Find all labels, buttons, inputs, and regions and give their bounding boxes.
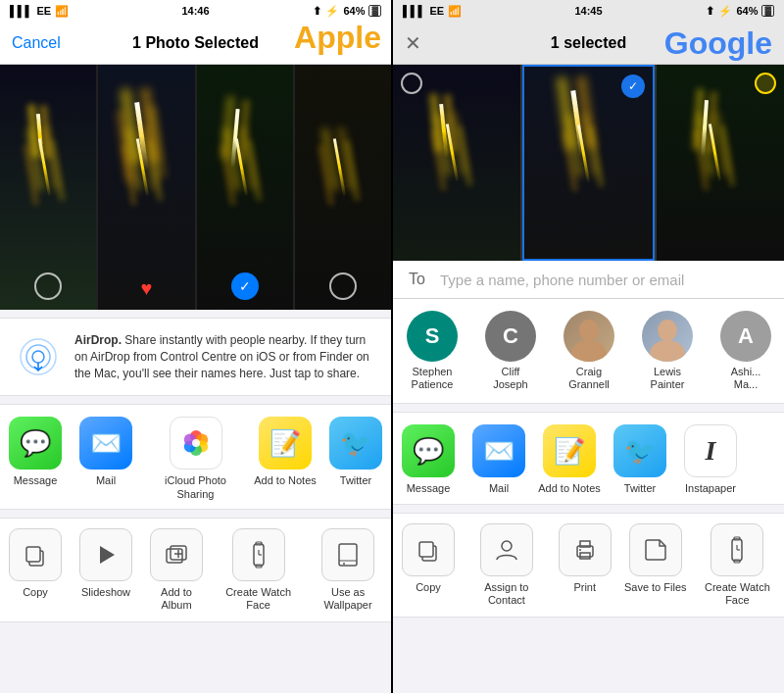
cancel-button[interactable]: Cancel: [12, 34, 61, 52]
right-app-message[interactable]: 💬 Message: [393, 424, 464, 495]
action-copy-label: Copy: [23, 586, 48, 599]
left-panel: ▌▌▌ EE 📶 14:46 ⬆ ⚡ 64% ▓ Cancel 1 Photo …: [0, 0, 391, 693]
right-select-check-2[interactable]: ✓: [621, 74, 645, 98]
app-twitter-label: Twitter: [340, 474, 371, 487]
left-status-bar: ▌▌▌ EE 📶 14:46 ⬆ ⚡ 64% ▓: [0, 0, 391, 22]
instapaper-i-icon: I: [706, 435, 716, 467]
svg-rect-31: [419, 542, 433, 557]
left-nav-title: 1 Photo Selected: [132, 34, 259, 52]
photo-2[interactable]: ♥: [98, 65, 194, 310]
photo-4[interactable]: [295, 65, 391, 310]
right-action-watch-face-label: Create Watch Face: [695, 581, 780, 607]
right-nav-title: 1 selected: [551, 34, 626, 52]
right-photo-2[interactable]: ✓: [522, 65, 654, 261]
airdrop-description: AirDrop. Share instantly with people nea…: [74, 332, 375, 381]
right-app-instapaper-label: Instapaper: [685, 482, 736, 495]
left-photo-strip: ♥ ✓: [0, 65, 391, 310]
right-twitter-icon: 🐦: [613, 424, 666, 477]
right-nav-bar: ✕ 1 selected Google: [393, 22, 784, 65]
right-action-print[interactable]: Print: [550, 523, 620, 594]
contact-ashi[interactable]: A Ashi...Ma...: [707, 311, 784, 391]
right-app-mail[interactable]: ✉️ Mail: [464, 424, 534, 495]
select-circle-1[interactable]: [34, 272, 62, 300]
contact-ashi-avatar: A: [720, 311, 771, 362]
right-wifi-icon: 📶: [448, 5, 462, 18]
left-apps-row: 💬 Message ✉️ Mail iCloud Photo Sharing: [0, 404, 391, 509]
svg-point-10: [192, 439, 200, 447]
slideshow-icon: [79, 528, 132, 581]
right-action-save-files-label: Save to Files: [624, 581, 687, 594]
right-app-instapaper[interactable]: I Instapaper: [675, 424, 746, 495]
contact-lewis[interactable]: LewisPainter: [628, 311, 707, 391]
wifi-icon: 📶: [55, 5, 69, 18]
app-message-label: Message: [14, 474, 58, 487]
right-select-circle-1[interactable]: [401, 73, 422, 94]
action-watch-face[interactable]: Create Watch Face: [212, 528, 305, 612]
svg-point-2: [32, 351, 44, 363]
right-action-assign-label: Assign to Contact: [467, 581, 546, 607]
right-action-save-files[interactable]: Save to Files: [620, 523, 691, 594]
action-slideshow[interactable]: Slideshow: [71, 528, 141, 599]
select-circle-4[interactable]: [329, 272, 357, 300]
svg-rect-23: [339, 544, 357, 566]
right-signal-icon: ▌▌▌: [403, 5, 425, 17]
right-watch-face-icon: [710, 523, 763, 576]
contact-stephen[interactable]: S StephenPatience: [393, 311, 471, 391]
to-input[interactable]: Type a name, phone number or email: [440, 272, 768, 288]
right-battery: ⬆ ⚡ 64% ▓: [706, 5, 774, 18]
right-copy-icon: [402, 523, 455, 576]
to-field[interactable]: To Type a name, phone number or email: [393, 261, 784, 299]
photo-1[interactable]: [0, 65, 96, 310]
right-apps-row: 💬 Message ✉️ Mail 📝 Add to Notes 🐦 Twitt…: [393, 412, 784, 504]
right-carrier: ▌▌▌ EE 📶: [403, 5, 462, 18]
app-message[interactable]: 💬 Message: [0, 417, 71, 487]
right-action-copy[interactable]: Copy: [393, 523, 464, 594]
right-time: 14:45: [574, 5, 602, 17]
app-twitter[interactable]: 🐦 Twitter: [320, 417, 391, 487]
contact-stephen-name: StephenPatience: [412, 366, 454, 391]
app-mail-label: Mail: [96, 474, 116, 487]
app-mail[interactable]: ✉️ Mail: [71, 417, 141, 487]
right-action-assign-contact[interactable]: Assign to Contact: [464, 523, 550, 607]
right-sparkler-1: [439, 104, 449, 158]
right-mail-icon: ✉️: [472, 424, 525, 477]
right-action-watch-face[interactable]: Create Watch Face: [691, 523, 784, 607]
right-app-notes[interactable]: 📝 Add to Notes: [534, 424, 605, 495]
right-circle-gold: [755, 73, 776, 94]
svg-point-27: [571, 340, 607, 362]
sparkler-3: [230, 109, 239, 168]
app-notes-label: Add to Notes: [254, 474, 317, 487]
airdrop-svg: [19, 337, 58, 376]
action-copy[interactable]: Copy: [0, 528, 71, 599]
svg-rect-12: [26, 547, 40, 562]
right-photo-1[interactable]: [393, 65, 520, 261]
right-photo-3[interactable]: [657, 65, 784, 261]
right-battery-icon: ▓: [761, 5, 774, 17]
app-icloud-photos[interactable]: iCloud Photo Sharing: [141, 417, 250, 500]
contact-craig[interactable]: CraigGrannell: [550, 311, 628, 391]
left-carrier: ▌▌▌ EE 📶: [10, 5, 69, 18]
svg-point-32: [502, 541, 512, 551]
contact-cliff[interactable]: C CliffJoseph: [471, 311, 550, 391]
battery-icon: ▓: [368, 5, 381, 17]
photo-3[interactable]: ✓: [197, 65, 293, 310]
airdrop-heading: AirDrop.: [74, 333, 122, 347]
save-files-icon: [629, 523, 682, 576]
action-wallpaper[interactable]: Use as Wallpaper: [305, 528, 391, 612]
print-icon: [559, 523, 612, 576]
heart-icon[interactable]: ♥: [140, 277, 152, 300]
contact-cliff-name: CliffJoseph: [493, 366, 527, 391]
to-label: To: [409, 271, 432, 288]
right-sparkler-2: [571, 89, 585, 156]
right-location-icon: ⬆: [706, 5, 714, 18]
close-button[interactable]: ✕: [405, 31, 421, 55]
right-app-twitter[interactable]: 🐦 Twitter: [605, 424, 675, 495]
svg-point-25: [343, 563, 345, 565]
left-brand-label: Apple: [294, 20, 381, 56]
app-notes[interactable]: 📝 Add to Notes: [250, 417, 320, 487]
sparkler-2: [134, 101, 149, 170]
select-check-3[interactable]: ✓: [231, 272, 259, 300]
action-wallpaper-label: Use as Wallpaper: [309, 586, 387, 612]
right-app-message-label: Message: [407, 482, 451, 495]
action-add-album[interactable]: Add to Album: [141, 528, 212, 612]
